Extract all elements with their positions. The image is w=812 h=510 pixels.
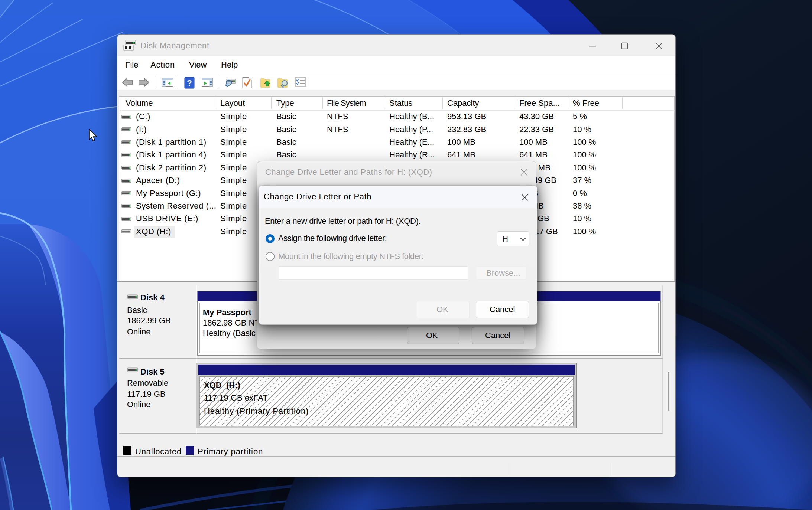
svg-text:?: ?: [187, 78, 192, 88]
